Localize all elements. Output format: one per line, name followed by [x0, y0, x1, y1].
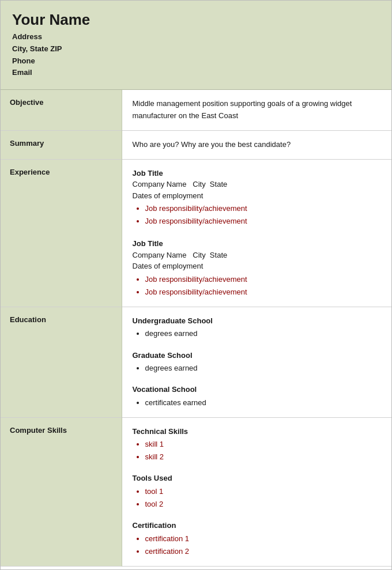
summary-text: Who are you? Why are you the best candid… [133, 139, 382, 151]
edu-block-graduate: Graduate School degrees earned [133, 350, 382, 375]
skills-list-tools: tool 1 tool 2 [145, 485, 382, 511]
education-content: Undergraduate School degrees earned Grad… [122, 307, 391, 417]
objective-label: Objective [1, 90, 122, 130]
edu-degree-graduate: degrees earned [145, 362, 382, 375]
experience-label: Experience [1, 159, 122, 307]
header-name: Your Name [12, 11, 380, 29]
job-title-1: Job Title [133, 168, 382, 179]
skills-title-tools: Tools Used [133, 473, 382, 484]
edu-title-graduate: Graduate School [133, 350, 382, 361]
computer-skills-label: Computer Skills [1, 417, 122, 566]
edu-title-undergraduate: Undergraduate School [133, 315, 382, 327]
education-label: Education [1, 307, 122, 417]
skills-list-technical: skill 1 skill 2 [145, 438, 382, 463]
skills-title-technical: Technical Skills [133, 426, 382, 437]
tool-1: tool 1 [145, 485, 382, 498]
job-responsibility-1-1: Job responsibility/achievement [145, 202, 382, 215]
job-block-1: Job Title Company Name City State Dates … [133, 168, 382, 228]
job-block-2: Job Title Company Name City State Dates … [133, 238, 382, 299]
education-row: Education Undergraduate School degrees e… [1, 307, 391, 417]
job-responsibility-2-2: Job responsibility/achievement [145, 286, 382, 299]
summary-content: Who are you? Why are you the best candid… [122, 130, 391, 159]
tool-2: tool 2 [145, 498, 382, 511]
skills-block-technical: Technical Skills skill 1 skill 2 [133, 426, 382, 464]
objective-row: Objective Middle management position sup… [1, 90, 391, 130]
job-company-2: Company Name City State [133, 250, 382, 261]
skill-1: skill 1 [145, 438, 382, 451]
job-title-2: Job Title [133, 238, 382, 250]
edu-list-undergraduate: degrees earned [145, 327, 382, 340]
header-section: Your Name Address City, State ZIP Phone … [1, 1, 391, 90]
computer-skills-row: Computer Skills Technical Skills skill 1… [1, 417, 391, 566]
experience-row: Experience Job Title Company Name City S… [1, 159, 391, 307]
skills-block-tools: Tools Used tool 1 tool 2 [133, 473, 382, 511]
resume-table: Objective Middle management position sup… [1, 90, 391, 567]
objective-text: Middle management position supporting go… [133, 98, 382, 122]
summary-label: Summary [1, 130, 122, 159]
skills-list-certification: certification 1 certification 2 [145, 533, 382, 558]
edu-list-graduate: degrees earned [145, 362, 382, 375]
job-list-1: Job responsibility/achievement Job respo… [145, 202, 382, 228]
header-address: Address [12, 31, 380, 43]
header-phone: Phone [12, 55, 380, 67]
edu-title-vocational: Vocational School [133, 384, 382, 395]
summary-row: Summary Who are you? Why are you the bes… [1, 130, 391, 159]
skill-2: skill 2 [145, 451, 382, 463]
edu-block-vocational: Vocational School certificates earned [133, 384, 382, 409]
job-dates-2: Dates of employment [133, 261, 382, 272]
experience-content: Job Title Company Name City State Dates … [122, 159, 391, 307]
job-company-1: Company Name City State [133, 179, 382, 190]
header-city-state-zip: City, State ZIP [12, 43, 380, 55]
header-email: Email [12, 67, 380, 79]
certification-2: certification 2 [145, 545, 382, 558]
job-list-2: Job responsibility/achievement Job respo… [145, 273, 382, 299]
objective-content: Middle management position supporting go… [122, 90, 391, 130]
job-responsibility-1-2: Job responsibility/achievement [145, 215, 382, 228]
certification-1: certification 1 [145, 533, 382, 545]
resume-page: Your Name Address City, State ZIP Phone … [0, 0, 392, 570]
job-dates-1: Dates of employment [133, 190, 382, 202]
job-responsibility-2-1: Job responsibility/achievement [145, 273, 382, 286]
edu-list-vocational: certificates earned [145, 397, 382, 409]
edu-block-undergraduate: Undergraduate School degrees earned [133, 315, 382, 341]
skills-block-certification: Certification certification 1 certificat… [133, 520, 382, 558]
edu-degree-undergraduate: degrees earned [145, 327, 382, 340]
computer-skills-content: Technical Skills skill 1 skill 2 Tools U… [122, 417, 391, 566]
edu-certificate-vocational: certificates earned [145, 397, 382, 409]
skills-title-certification: Certification [133, 520, 382, 531]
